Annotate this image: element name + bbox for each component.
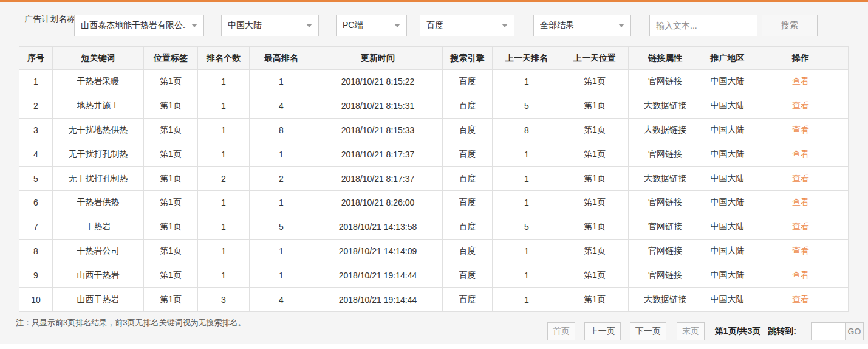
column-header: 操作 <box>753 47 849 70</box>
cell-link-type: 官网链接 <box>629 215 702 239</box>
cell-updated-time: 2018/10/21 14:14:09 <box>313 239 443 263</box>
cell-rank-count: 1 <box>198 239 250 263</box>
cell-best-rank: 4 <box>250 288 313 312</box>
cell-region: 中国大陆 <box>702 142 753 167</box>
last-page-button[interactable]: 末页 <box>677 322 705 340</box>
cell-link-type: 大数据链接 <box>629 118 702 142</box>
cell-prev-rank: 5 <box>493 215 561 239</box>
view-link[interactable]: 查看 <box>792 76 809 86</box>
device-select-value: PC端 <box>343 20 363 31</box>
cell-link-type: 大数据链接 <box>629 94 702 118</box>
column-header: 短关键词 <box>53 47 144 70</box>
table-row: 2 地热井施工 第1页 1 4 2018/10/21 8:15:31 百度 5 … <box>19 94 849 118</box>
cell-prev-rank: 8 <box>493 118 561 142</box>
first-page-button[interactable]: 首页 <box>547 322 575 340</box>
cell-position-tag: 第1页 <box>144 94 198 118</box>
cell-search-engine: 百度 <box>443 94 493 118</box>
cell-link-type: 官网链接 <box>629 70 702 94</box>
table-row: 4 无干扰打孔制热 第1页 1 1 2018/10/21 8:17:37 百度 … <box>19 142 849 167</box>
jump-box: GO <box>811 322 864 340</box>
table-row: 5 无干扰打孔制热 第1页 2 2 2018/10/21 8:17:37 百度 … <box>19 167 849 191</box>
cell-position-tag: 第1页 <box>144 118 198 142</box>
cell-prev-position: 第1页 <box>561 190 629 215</box>
ad-plan-label: 广告计划名称: <box>24 2 78 37</box>
jump-to-label: 跳转到: <box>768 326 796 337</box>
column-header: 搜索引擎 <box>443 47 493 70</box>
go-button[interactable]: GO <box>845 323 863 340</box>
cell-index: 4 <box>19 142 53 167</box>
cell-prev-position: 第1页 <box>561 70 629 94</box>
cell-action: 查看 <box>753 142 849 167</box>
engine-select-value: 百度 <box>426 20 443 31</box>
column-header: 推广地区 <box>702 47 753 70</box>
cell-rank-count: 2 <box>198 167 250 191</box>
cell-prev-rank: 1 <box>493 288 561 312</box>
cell-updated-time: 2018/10/21 8:17:37 <box>313 142 443 167</box>
footer-note: 注：只显示前3页排名结果，前3页无排名关键词视为无搜索排名。 <box>16 317 245 328</box>
cell-search-engine: 百度 <box>443 142 493 167</box>
view-link[interactable]: 查看 <box>792 294 809 304</box>
cell-prev-rank: 1 <box>493 263 561 288</box>
ad-plan-select[interactable]: 山西泰杰地能干热岩有限公... <box>74 15 204 36</box>
cell-position-tag: 第1页 <box>144 215 198 239</box>
cell-region: 中国大陆 <box>702 215 753 239</box>
keyword-rank-table: 序号短关键词位置标签排名个数最高排名更新时间搜索引擎上一天排名上一天位置链接属性… <box>19 46 849 312</box>
table-row: 10 山西干热岩 第1页 3 4 2018/10/21 19:14:44 百度 … <box>19 288 849 312</box>
cell-action: 查看 <box>753 94 849 118</box>
search-text-input[interactable] <box>649 15 757 36</box>
column-header: 位置标签 <box>144 47 198 70</box>
cell-updated-time: 2018/10/21 8:17:37 <box>313 167 443 191</box>
device-select[interactable]: PC端 <box>336 15 407 36</box>
cell-prev-rank: 1 <box>493 142 561 167</box>
view-link[interactable]: 查看 <box>792 125 809 134</box>
cell-action: 查看 <box>753 167 849 191</box>
cell-prev-rank: 1 <box>493 239 561 263</box>
column-header: 上一天位置 <box>561 47 629 70</box>
column-header: 排名个数 <box>198 47 250 70</box>
next-page-button[interactable]: 下一页 <box>630 322 666 340</box>
cell-keyword: 干热岩 <box>53 215 144 239</box>
table-body: 1 干热岩采暖 第1页 1 1 2018/10/21 8:15:22 百度 1 … <box>19 70 849 312</box>
cell-keyword: 干热岩供热 <box>53 190 144 215</box>
filter-bar: 广告计划名称: 山西泰杰地能干热岩有限公... 中国大陆 PC端 百度 全部结果… <box>0 2 868 37</box>
cell-link-type: 大数据链接 <box>629 288 702 312</box>
chevron-down-icon <box>502 24 508 27</box>
view-link[interactable]: 查看 <box>792 100 809 110</box>
region-select[interactable]: 中国大陆 <box>221 15 319 36</box>
cell-updated-time: 2018/10/21 14:13:58 <box>313 215 443 239</box>
view-link[interactable]: 查看 <box>792 221 809 231</box>
cell-region: 中国大陆 <box>702 118 753 142</box>
cell-rank-count: 1 <box>198 190 250 215</box>
cell-keyword: 无干扰打孔制热 <box>53 167 144 191</box>
view-link[interactable]: 查看 <box>792 149 809 159</box>
result-filter-select[interactable]: 全部结果 <box>533 15 631 36</box>
view-link[interactable]: 查看 <box>792 246 809 255</box>
search-button[interactable]: 搜索 <box>762 15 818 36</box>
cell-position-tag: 第1页 <box>144 142 198 167</box>
cell-best-rank: 1 <box>250 70 313 94</box>
cell-best-rank: 4 <box>250 94 313 118</box>
engine-select[interactable]: 百度 <box>420 15 514 36</box>
view-link[interactable]: 查看 <box>792 173 809 183</box>
jump-page-input[interactable] <box>812 323 845 340</box>
cell-index: 2 <box>19 94 53 118</box>
view-link[interactable]: 查看 <box>792 270 809 280</box>
cell-index: 10 <box>19 288 53 312</box>
prev-page-button[interactable]: 上一页 <box>584 322 621 340</box>
region-select-value: 中国大陆 <box>228 20 262 31</box>
cell-best-rank: 8 <box>250 118 313 142</box>
cell-position-tag: 第1页 <box>144 263 198 288</box>
cell-updated-time: 2018/10/21 8:15:31 <box>313 94 443 118</box>
cell-keyword: 山西干热岩 <box>53 288 144 312</box>
cell-rank-count: 1 <box>198 215 250 239</box>
cell-action: 查看 <box>753 118 849 142</box>
table-row: 8 干热岩公司 第1页 1 1 2018/10/21 14:14:09 百度 1… <box>19 239 849 263</box>
cell-region: 中国大陆 <box>702 70 753 94</box>
column-header: 上一天排名 <box>493 47 561 70</box>
cell-keyword: 山西干热岩 <box>53 263 144 288</box>
cell-best-rank: 5 <box>250 215 313 239</box>
cell-updated-time: 2018/10/21 8:15:22 <box>313 70 443 94</box>
cell-index: 7 <box>19 215 53 239</box>
view-link[interactable]: 查看 <box>792 197 809 207</box>
cell-best-rank: 1 <box>250 190 313 215</box>
